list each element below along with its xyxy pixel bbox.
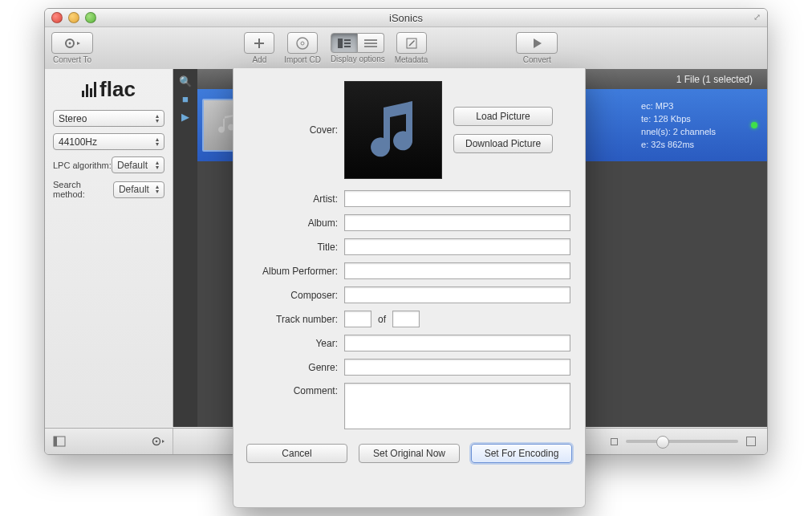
- edit-icon: [405, 37, 418, 50]
- artist-field[interactable]: [344, 190, 570, 207]
- genre-field[interactable]: [344, 359, 570, 376]
- chevron-updown-icon: ▴▾: [156, 160, 159, 170]
- file-channels: nnel(s): 2 channels: [641, 125, 716, 138]
- title-label: Title:: [248, 242, 344, 253]
- gear-icon: [63, 37, 82, 50]
- svg-rect-4: [338, 39, 343, 48]
- composer-label: Composer:: [248, 290, 344, 301]
- file-meta: ec: MP3 te: 128 Kbps nnel(s): 2 channels…: [641, 100, 716, 151]
- svg-rect-13: [54, 437, 57, 446]
- play-icon: [530, 37, 543, 50]
- sidebar: flac Stereo ▴▾ 44100Hz ▴▾ LPC algorithm:…: [45, 69, 173, 427]
- file-bitrate: te: 128 Kbps: [641, 112, 716, 125]
- cancel-button[interactable]: Cancel: [246, 444, 347, 463]
- svg-point-2: [297, 38, 308, 49]
- cover-art[interactable]: [344, 81, 442, 179]
- play-small-icon[interactable]: ▶: [177, 109, 193, 124]
- plus-icon: [253, 37, 266, 50]
- disc-icon: [295, 36, 310, 51]
- chevron-updown-icon: ▴▾: [156, 114, 159, 124]
- svg-rect-8: [364, 39, 377, 41]
- album-performer-label: Album Performer:: [248, 266, 344, 277]
- display-list-button[interactable]: [358, 33, 384, 53]
- artist-label: Artist:: [248, 193, 344, 205]
- file-codec: ec: MP3: [641, 100, 716, 112]
- svg-rect-9: [364, 43, 377, 44]
- convert-to-label: Convert To: [53, 55, 91, 64]
- thumb-size-small-icon: [611, 438, 618, 445]
- title-field[interactable]: [344, 238, 570, 255]
- gear-small-icon[interactable]: [150, 435, 164, 448]
- genre-label: Genre:: [248, 362, 344, 373]
- svg-rect-7: [344, 46, 351, 47]
- search-method-select[interactable]: Default ▴▾: [113, 181, 164, 198]
- track-total-field[interactable]: [392, 311, 420, 327]
- year-label: Year:: [248, 338, 344, 349]
- set-for-encoding-button[interactable]: Set For Encoding: [471, 444, 572, 463]
- cover-label: Cover:: [248, 124, 344, 136]
- gallery-strip: 🔍 ■ ▶: [173, 69, 197, 427]
- track-number-field[interactable]: [344, 311, 371, 327]
- titlebar: iSonics ⤢: [45, 9, 767, 27]
- music-note-icon: [361, 98, 425, 162]
- track-number-label: Track number:: [248, 314, 344, 325]
- metadata-label: Metadata: [395, 55, 428, 64]
- year-field[interactable]: [344, 335, 570, 351]
- display-options-label: Display options: [331, 55, 385, 63]
- comment-field[interactable]: [344, 383, 570, 429]
- status-led-icon: [751, 122, 757, 128]
- samplerate-select[interactable]: 44100Hz ▴▾: [53, 133, 164, 150]
- search-method-value: Default: [119, 184, 149, 195]
- file-duration: e: 32s 862ms: [641, 138, 716, 151]
- fullscreen-icon[interactable]: ⤢: [753, 12, 761, 22]
- composer-field[interactable]: [344, 286, 570, 303]
- toolbar: Convert To Add Import CD: [45, 27, 767, 70]
- import-cd-label: Import CD: [284, 55, 321, 64]
- file-count-text: 1 File (1 selected): [676, 74, 753, 85]
- display-thumbnails-button[interactable]: [331, 33, 358, 53]
- lpc-algorithm-label: LPC algorithm:: [53, 160, 112, 170]
- convert-to-button[interactable]: [51, 32, 93, 54]
- search-icon[interactable]: 🔍: [177, 74, 193, 88]
- convert-label: Convert: [523, 55, 551, 64]
- flac-logo: flac: [53, 77, 164, 102]
- import-cd-button[interactable]: [287, 32, 318, 54]
- thumb-size-large-icon: [746, 437, 756, 446]
- track-of-label: of: [378, 314, 386, 325]
- svg-rect-10: [364, 46, 377, 47]
- collapse-sidebar-icon[interactable]: [53, 436, 66, 447]
- svg-point-1: [69, 42, 71, 44]
- svg-rect-5: [344, 39, 351, 41]
- add-label: Add: [252, 55, 266, 64]
- search-method-label: Search method:: [53, 180, 113, 199]
- lpc-algorithm-value: Default: [117, 160, 148, 171]
- album-field[interactable]: [344, 214, 570, 231]
- display-options-segmented[interactable]: [331, 33, 384, 53]
- comment-label: Comment:: [248, 383, 344, 396]
- thumbnail-size-slider[interactable]: [626, 440, 738, 443]
- svg-point-15: [156, 441, 158, 443]
- list-icon: [364, 39, 377, 48]
- stop-icon[interactable]: ■: [177, 91, 193, 106]
- download-picture-button[interactable]: Download Picture: [453, 134, 553, 153]
- window-title: iSonics: [45, 12, 767, 24]
- load-picture-button[interactable]: Load Picture: [453, 107, 553, 126]
- chevron-updown-icon: ▴▾: [156, 185, 159, 194]
- album-label: Album:: [248, 217, 344, 229]
- slider-knob[interactable]: [656, 436, 669, 449]
- set-original-now-button[interactable]: Set Original Now: [359, 444, 460, 463]
- channels-select[interactable]: Stereo ▴▾: [53, 110, 164, 127]
- grid-icon: [338, 39, 351, 48]
- lpc-algorithm-select[interactable]: Default ▴▾: [112, 156, 164, 173]
- chevron-updown-icon: ▴▾: [156, 137, 159, 147]
- svg-point-3: [301, 42, 304, 45]
- flac-logo-text: flac: [99, 77, 136, 102]
- metadata-sheet: Cover: Load Picture Download Picture Art…: [233, 68, 586, 508]
- album-performer-field[interactable]: [344, 262, 570, 279]
- channels-value: Stereo: [59, 113, 87, 124]
- add-button[interactable]: [244, 32, 274, 54]
- metadata-button[interactable]: [396, 32, 427, 54]
- convert-button[interactable]: [516, 32, 558, 54]
- samplerate-value: 44100Hz: [59, 136, 97, 148]
- svg-rect-6: [344, 43, 351, 44]
